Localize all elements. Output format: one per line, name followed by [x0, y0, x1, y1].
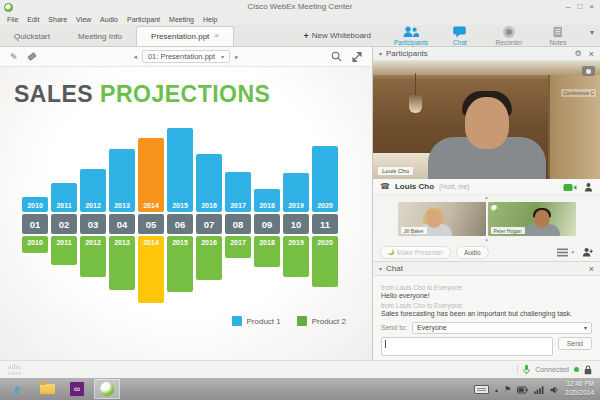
- invite-participant-icon[interactable]: [582, 243, 593, 261]
- participants-options-gear-icon[interactable]: ⚙: [575, 49, 582, 58]
- document-selector[interactable]: 01: Presentation.ppt ▾: [142, 50, 230, 63]
- video-options-icon[interactable]: [582, 66, 595, 76]
- taskbar-clock[interactable]: 12:46 PM 2/20/2014: [565, 380, 596, 398]
- video-camera-icon[interactable]: [563, 178, 577, 196]
- chart-column: 2012032012: [80, 116, 106, 306]
- product2-bar: 2017: [225, 236, 251, 258]
- person-head: [465, 97, 509, 149]
- chat-panel-header[interactable]: ▾ Chat ×: [373, 262, 600, 276]
- participants-close-icon[interactable]: ×: [589, 49, 594, 59]
- chat-button[interactable]: Chat: [443, 26, 477, 46]
- thumbnail-jill-baker[interactable]: Jill Baker: [398, 202, 486, 236]
- send-to-dropdown[interactable]: Everyone ▾: [412, 322, 592, 334]
- participants-icon: [403, 26, 419, 38]
- action-center-flag-icon[interactable]: ⚑: [504, 385, 511, 394]
- menu-participant[interactable]: Participant: [127, 16, 160, 23]
- menu-help[interactable]: Help: [203, 16, 217, 23]
- chart-column: 2014052014: [138, 116, 164, 306]
- participants-panel-header[interactable]: ▾ Participants ⚙ ×: [373, 47, 600, 61]
- previous-slide-icon[interactable]: ◂: [133, 53, 137, 61]
- participant-role: (Host, me): [439, 183, 469, 190]
- product2-bar: 2019: [283, 236, 309, 277]
- audio-button[interactable]: Audio: [456, 246, 489, 259]
- new-whiteboard-button[interactable]: + New Whiteboard: [304, 31, 371, 41]
- participant-figure-icon[interactable]: [584, 178, 593, 196]
- year-label: 2020: [317, 199, 333, 212]
- recorder-icon: [503, 26, 515, 38]
- make-presenter-button[interactable]: Make Presenter: [380, 246, 451, 259]
- legend-item-product2: Product 2: [297, 316, 346, 326]
- clock-date: 2/20/2014: [565, 389, 594, 398]
- list-view-caret-icon[interactable]: ▾: [571, 249, 574, 255]
- thumbnail-peter-hogan[interactable]: Peter Hogan: [488, 202, 576, 236]
- eraser-icon[interactable]: [27, 52, 36, 61]
- new-whiteboard-label: New Whiteboard: [312, 31, 371, 40]
- webex-ball-mini-icon: [491, 205, 498, 212]
- internet-explorer-icon[interactable]: e: [4, 379, 30, 399]
- menu-meeting[interactable]: Meeting: [169, 16, 194, 23]
- year-label: 2019: [288, 199, 304, 212]
- fullscreen-expand-icon[interactable]: [352, 48, 362, 66]
- next-slide-icon[interactable]: ▸: [235, 53, 239, 61]
- webex-window: Cisco WebEx Meeting Center – □ × File Ed…: [0, 0, 600, 378]
- participants-button[interactable]: Participants: [394, 26, 428, 46]
- chart-column: 2016072016: [196, 116, 222, 306]
- touch-keyboard-icon[interactable]: [474, 385, 489, 394]
- battery-icon[interactable]: [517, 380, 528, 398]
- connected-dot-icon: [574, 367, 579, 372]
- index-box: 11: [312, 214, 338, 234]
- visual-studio-icon[interactable]: ∞: [64, 379, 90, 399]
- index-box: 06: [167, 214, 193, 234]
- notes-icon: [552, 26, 563, 38]
- product1-bar: 2019: [283, 173, 309, 212]
- window-title: Cisco WebEx Meeting Center: [0, 2, 600, 11]
- product2-bar: 2013: [109, 236, 135, 290]
- peter-person: [520, 210, 564, 236]
- zoom-tool-icon[interactable]: [331, 48, 342, 66]
- file-explorer-icon[interactable]: [34, 379, 60, 399]
- chat-input[interactable]: [381, 337, 553, 356]
- text-cursor: [385, 340, 386, 348]
- side-panels: ▾ Participants ⚙ × Conference C Loui: [373, 47, 600, 360]
- more-panels-chevron-icon[interactable]: ▾: [590, 28, 594, 43]
- webex-taskbar-icon[interactable]: [94, 379, 120, 399]
- menu-edit[interactable]: Edit: [27, 16, 39, 23]
- tab-presentation[interactable]: Presentation.ppt ×: [136, 26, 234, 46]
- chat-close-icon[interactable]: ×: [589, 264, 594, 274]
- legend-item-product1: Product 1: [232, 316, 281, 326]
- close-button[interactable]: ×: [589, 2, 594, 12]
- product1-bar: 2011: [51, 183, 77, 212]
- tab-quickstart[interactable]: Quickstart: [0, 27, 64, 46]
- product2-bar: 2020: [312, 236, 338, 287]
- send-button[interactable]: Send: [558, 337, 592, 350]
- annotate-pencil-icon[interactable]: ✎: [10, 52, 18, 62]
- product1-bar: 2013: [109, 149, 135, 212]
- notes-button[interactable]: Notes: [541, 26, 575, 46]
- year-label: 2018: [259, 236, 275, 249]
- menu-file[interactable]: File: [7, 16, 18, 23]
- volume-icon[interactable]: [550, 380, 559, 398]
- tab-bar: Quickstart Meeting Info Presentation.ppt…: [0, 25, 600, 47]
- document-toolbar: ✎ ◂ 01: Presentation.ppt ▾ ▸: [0, 47, 372, 67]
- tab-close-icon[interactable]: ×: [214, 31, 219, 40]
- year-label: 2018: [259, 199, 275, 212]
- network-signal-icon[interactable]: [534, 380, 544, 398]
- product1-bar: 2010: [22, 197, 48, 212]
- participants-panel-title: Participants: [386, 49, 428, 58]
- menu-share[interactable]: Share: [48, 16, 67, 23]
- chat-message-text: Hello everyone!: [381, 292, 592, 299]
- door-sign-label: Conference C: [561, 89, 596, 97]
- tab-meeting-info[interactable]: Meeting Info: [64, 27, 136, 46]
- participant-row-louis[interactable]: ☎ Louis Cho (Host, me): [373, 179, 600, 195]
- menu-audio[interactable]: Audio: [100, 16, 118, 23]
- index-box: 08: [225, 214, 251, 234]
- recorder-button[interactable]: Recorder: [492, 26, 526, 46]
- menu-view[interactable]: View: [76, 16, 91, 23]
- tray-expand-caret-icon[interactable]: ▴: [495, 386, 498, 393]
- list-view-icon[interactable]: [557, 243, 568, 261]
- product2-bar: 2015: [167, 236, 193, 292]
- system-tray: ▴ ⚑ 12:46 PM 2/20/2014: [474, 380, 596, 398]
- minimize-button[interactable]: –: [566, 2, 570, 12]
- maximize-button[interactable]: □: [577, 2, 582, 12]
- presentation-pane: ✎ ◂ 01: Presentation.ppt ▾ ▸: [0, 47, 373, 360]
